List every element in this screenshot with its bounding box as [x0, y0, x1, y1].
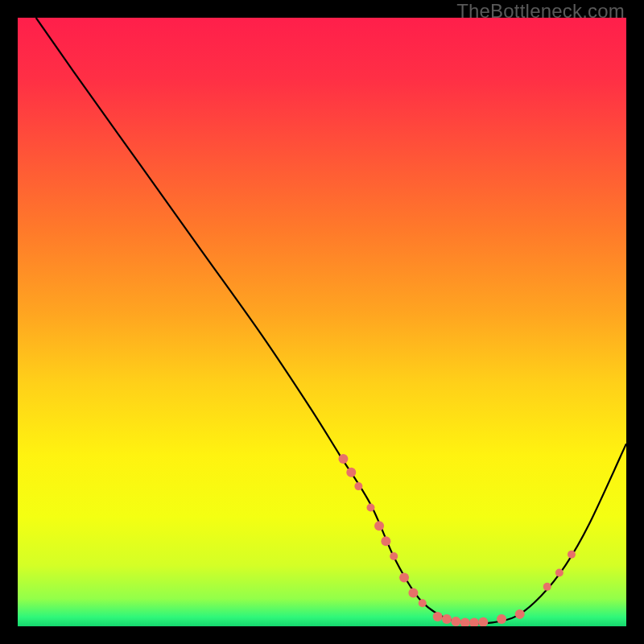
data-marker	[433, 612, 443, 621]
data-marker	[399, 573, 409, 583]
data-marker	[408, 588, 418, 597]
data-marker	[366, 504, 374, 512]
data-marker	[568, 551, 576, 559]
data-marker	[381, 536, 390, 546]
data-marker	[451, 617, 460, 626]
gradient-background	[18, 18, 626, 626]
data-marker	[515, 609, 525, 619]
data-marker	[354, 482, 362, 490]
chart-frame	[18, 18, 626, 626]
data-marker	[338, 454, 348, 464]
data-marker	[497, 614, 506, 624]
watermark-text: TheBottleneck.com	[456, 0, 625, 23]
data-marker	[419, 599, 427, 607]
bottleneck-chart	[18, 18, 626, 626]
data-marker	[543, 583, 551, 591]
data-marker	[374, 521, 384, 530]
data-marker	[346, 468, 356, 477]
data-marker	[442, 614, 452, 624]
data-marker	[555, 568, 564, 576]
data-marker	[390, 552, 398, 560]
